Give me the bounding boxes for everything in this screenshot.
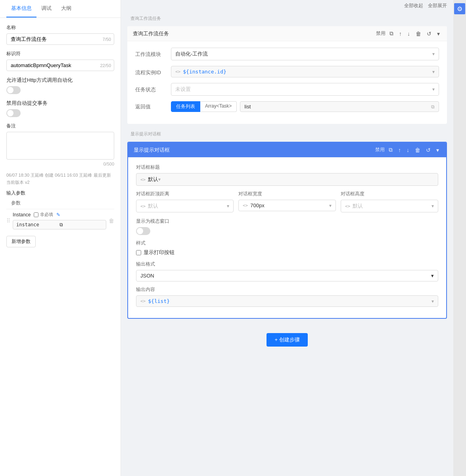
sidebar-tool-icon[interactable]: ⚙ [454, 3, 465, 14]
remark-input[interactable] [6, 132, 114, 160]
task1-card: 查询工作流任务 禁用 ⧉ ↑ ↓ 🗑 ↺ ▾ [127, 26, 447, 124]
http-toggle[interactable] [6, 86, 21, 94]
task1-return-label: 返回值 [135, 103, 171, 110]
task2-print-btn-row: 显示打印按钮 [136, 249, 438, 256]
task1-workflow-module-label: 工作流模块 [135, 48, 171, 58]
task1-status-chevron-icon: ▾ [432, 87, 435, 92]
task1-delete-btn[interactable]: 🗑 [414, 30, 423, 38]
task2-down-btn[interactable]: ↓ [405, 146, 411, 154]
task1-return-row: 返回值 任务列表 Array<Task> list ⧉ [135, 101, 439, 112]
remark-count: 0/500 [6, 162, 114, 166]
auto-submit-group: 禁用自动提交事务 [6, 100, 114, 117]
task2-dialog-title-input[interactable]: <> 默认 ▾ [136, 173, 438, 186]
task1-up-btn[interactable]: ↑ [397, 30, 403, 38]
param-name-col: Instance 非必填 ✎ instance ⧉ [13, 212, 106, 229]
meta-line2: 当前版本 v2 [6, 179, 114, 186]
task2-more-btn[interactable]: ▾ [435, 146, 441, 154]
task2-width-code-icon: <> [243, 203, 248, 208]
id-input[interactable] [6, 60, 114, 71]
task2-output-content-icon: <> [140, 299, 146, 304]
http-label: 允许通过Http方式调用自动化 [6, 77, 114, 84]
task2-header: 显示提示对话框 禁用 ⧉ ↑ ↓ 🗑 ↺ ▾ [128, 143, 446, 158]
tab-bar: 基本信息 调试 大纲 [0, 0, 121, 18]
task2-output-format-select[interactable]: JSON ▾ [136, 270, 438, 281]
task2-modal-toggle[interactable] [136, 227, 150, 235]
task2-output-content-input[interactable]: <> ${list} ▾ [136, 295, 438, 307]
task1-title: 查询工作流任务 [133, 30, 376, 37]
task1-workflow-module-select[interactable]: 自动化-工作流 ▾ [171, 48, 439, 60]
task1-return-type: Array<Task> [200, 101, 237, 112]
task1-status-select[interactable]: 未设置 ▾ [171, 83, 439, 96]
task2-up-btn[interactable]: ↑ [397, 146, 403, 154]
params-header: 参数 [6, 200, 114, 206]
expand-all-button[interactable]: 全部展开 [428, 2, 447, 9]
task1-down-btn[interactable]: ↓ [406, 30, 412, 38]
right-area: 全部收起 全部展开 查询工作流任务 查询工作流任务 禁用 ⧉ ↑ ↓ [121, 0, 466, 476]
param-delete-icon[interactable]: 🗑 [109, 218, 114, 224]
task1-status-content: 未设置 ▾ [171, 83, 439, 96]
param-drag-icon[interactable]: ⠿ [6, 218, 10, 224]
task1-workflow-module-value: 自动化-工作流 [175, 50, 432, 58]
tab-debug[interactable]: 调试 [36, 0, 56, 17]
task1-instance-id-chevron-icon: ▾ [432, 69, 435, 75]
param-edit-icon[interactable]: ✎ [56, 212, 60, 218]
task2-height-code-icon: <> [345, 204, 350, 209]
param-name-label: Instance [13, 212, 31, 218]
task2-output-content-value: ${list} [148, 298, 431, 304]
tab-outline[interactable]: 大纲 [56, 0, 76, 17]
task2-print-btn-checkbox[interactable] [136, 250, 141, 255]
workflow-content: 查询工作流任务 查询工作流任务 禁用 ⧉ ↑ ↓ 🗑 ↺ ▾ [121, 12, 453, 364]
task1-return-value: list [244, 104, 431, 110]
tab-basic-info[interactable]: 基本信息 [6, 0, 36, 17]
task2-width-select[interactable]: <> 700px ▾ [238, 200, 336, 211]
task1-body: 工作流模块 自动化-工作流 ▾ 流程实例ID [127, 41, 447, 124]
task2-body: 对话框标题 <> 默认 ▾ 对话框距顶距离 [128, 158, 446, 318]
task2-height-label: 对话框高度 [341, 191, 438, 197]
task1-instance-id-row: 流程实例ID <> ${instance.id} ▾ [135, 66, 439, 77]
task2-actions: 禁用 ⧉ ↑ ↓ 🗑 ↺ ▾ [375, 146, 441, 154]
task2-height-select[interactable]: <> 默认 ▾ [341, 200, 438, 212]
task2-dialog-title-label: 对话框标题 [136, 164, 438, 171]
name-input[interactable] [6, 33, 114, 45]
task1-instance-id-input[interactable]: <> ${instance.id} ▾ [171, 66, 439, 77]
param-optional: 非必填 [34, 212, 53, 218]
param-optional-checkbox[interactable] [34, 212, 38, 217]
http-toggle-group: 允许通过Http方式调用自动化 [6, 77, 114, 94]
task2-delete-btn[interactable]: 🗑 [413, 146, 422, 154]
task1-instance-id-label: 流程实例ID [135, 66, 171, 76]
param-copy-icon[interactable]: ⧉ [59, 222, 103, 227]
create-step-button[interactable]: + 创建步骤 [267, 333, 307, 347]
task2-print-btn-label: 显示打印按钮 [144, 249, 175, 256]
task1-more-btn[interactable]: ▾ [435, 30, 441, 38]
task2-copy-btn[interactable]: ⧉ [387, 146, 394, 154]
id-label: 标识符 [6, 50, 114, 57]
param-row: ⠿ Instance 非必填 ✎ instance [6, 209, 114, 232]
right-sidebar: ⚙ [453, 0, 466, 476]
task1-disable-btn[interactable]: 禁用 [376, 30, 385, 37]
auto-submit-toggle[interactable] [6, 109, 21, 117]
task2-output-format-value: JSON [140, 273, 431, 279]
task2-width-value: 700px [250, 202, 329, 208]
task2-margin-select[interactable]: <> 默认 ▾ [136, 200, 234, 212]
task1-code-icon: <> [175, 69, 180, 74]
task2-dialog-title-chevron-icon: ▾ [158, 177, 161, 182]
name-group: 名称 7/50 [6, 24, 114, 45]
task1-copy-btn[interactable]: ⧉ [388, 29, 395, 38]
task2-dialog-title-icon: <> [140, 177, 146, 182]
collapse-all-button[interactable]: 全部收起 [404, 2, 423, 9]
name-label: 名称 [6, 24, 114, 31]
task1-return-tab1[interactable]: 任务列表 [171, 101, 200, 112]
task1-restore-btn[interactable]: ↺ [425, 30, 433, 38]
task2-title: 显示提示对话框 [134, 146, 375, 154]
task1-section-label: 查询工作流任务 [127, 15, 164, 22]
task2-modal-field: 显示为模态窗口 [136, 218, 438, 235]
task2-disable-btn[interactable]: 禁用 [375, 146, 385, 153]
add-param-button[interactable]: 新增参数 [6, 236, 36, 247]
task1-instance-id-value: ${instance.id} [183, 69, 432, 75]
task2-restore-btn[interactable]: ↺ [424, 146, 432, 154]
task2-margin-field: 对话框距顶距离 <> 默认 ▾ [136, 191, 234, 212]
task1-return-copy-icon[interactable]: ⧉ [431, 104, 435, 110]
task2-margin-placeholder: 默认 [148, 202, 227, 210]
params-col-label: 参数 [11, 200, 21, 206]
task1-workflow-module-chevron-icon: ▾ [432, 51, 435, 57]
